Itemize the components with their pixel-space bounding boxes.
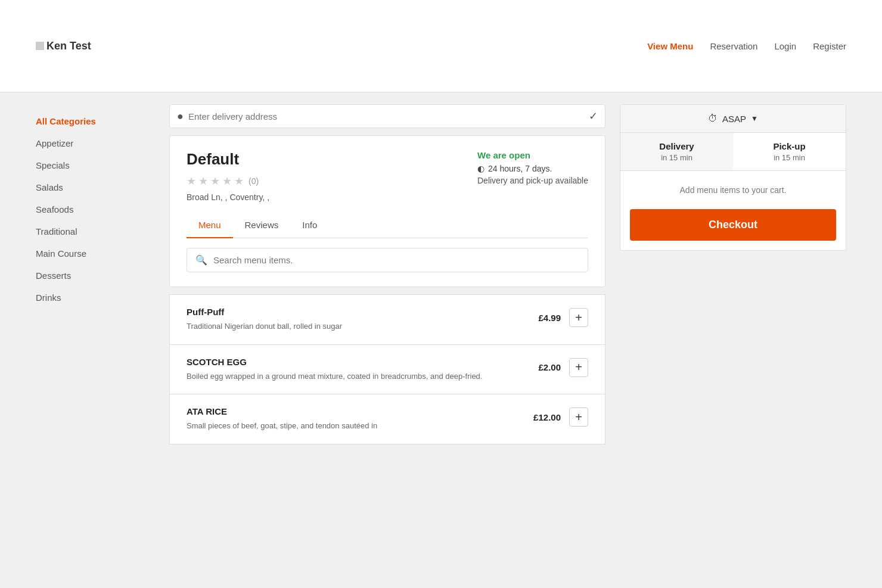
nav-register[interactable]: Register: [813, 41, 846, 51]
open-detail: ◐ 24 hours, 7 days.: [477, 164, 588, 173]
sidebar-item-drinks[interactable]: Drinks: [36, 287, 155, 309]
search-row: 🔍: [187, 248, 588, 272]
logo-icon: [36, 42, 44, 50]
restaurant-address: Broad Ln, , Coventry, ,: [187, 192, 269, 202]
open-hours: 24 hours, 7 days.: [488, 164, 552, 173]
sidebar-item-traditional[interactable]: Traditional: [36, 220, 155, 242]
sidebar-item-salads[interactable]: Salads: [36, 176, 155, 198]
tab-menu[interactable]: Menu: [187, 213, 233, 238]
sidebar-item-appetizer[interactable]: Appetizer: [36, 132, 155, 154]
location-icon: ●: [177, 110, 184, 123]
checkout-button[interactable]: Checkout: [630, 209, 836, 241]
menu-item-info-scotch-egg: SCOTCH EGG Boiled egg wrapped in a groun…: [187, 357, 526, 382]
add-button-ata-rice[interactable]: +: [569, 407, 588, 427]
sidebar-item-seafoods[interactable]: Seafoods: [36, 198, 155, 220]
star-2: ★: [198, 175, 208, 188]
restaurant-info: Default ★ ★ ★ ★ ★ (0) Broad Ln, , Covent…: [187, 150, 269, 202]
asap-text: ASAP: [722, 114, 746, 124]
menu-item-puff-puff: Puff-Puff Traditional Nigerian donut bal…: [169, 294, 605, 345]
menu-item-info-puff-puff: Puff-Puff Traditional Nigerian donut bal…: [187, 307, 526, 332]
search-wrapper: 🔍: [187, 238, 588, 272]
tab-reviews[interactable]: Reviews: [233, 213, 291, 238]
menu-item-price-ata-rice: £12.00: [533, 412, 561, 422]
clock-icon: ⏱: [708, 113, 718, 124]
menu-item-name-scotch-egg: SCOTCH EGG: [187, 357, 526, 367]
sidebar-item-main-course[interactable]: Main Course: [36, 242, 155, 265]
open-status: We are open: [477, 150, 588, 160]
logo[interactable]: Ken Test: [36, 40, 91, 52]
menu-item-ata-rice: ATA RICE Small pieces of beef, goat, sti…: [169, 394, 605, 444]
menu-item-desc-scotch-egg: Boiled egg wrapped in a ground meat mixt…: [187, 371, 485, 382]
tab-info[interactable]: Info: [290, 213, 329, 238]
menu-item-right-ata-rice: £12.00 +: [533, 407, 588, 427]
delivery-options: Delivery in 15 min Pick-up in 15 min: [620, 133, 846, 171]
sidebar-item-all-categories[interactable]: All Categories: [36, 110, 155, 132]
menu-items-list: Puff-Puff Traditional Nigerian donut bal…: [169, 287, 605, 444]
menu-item-info-ata-rice: ATA RICE Small pieces of beef, goat, sti…: [187, 406, 521, 432]
menu-item-price-scotch-egg: £2.00: [538, 362, 561, 372]
main-nav: View Menu Reservation Login Register: [647, 41, 846, 51]
sidebar-item-specials[interactable]: Specials: [36, 154, 155, 176]
star-3: ★: [210, 175, 220, 188]
menu-item-desc-puff-puff: Traditional Nigerian donut ball, rolled …: [187, 321, 485, 332]
check-icon: ✓: [589, 110, 598, 123]
menu-item-desc-ata-rice: Small pieces of beef, goat, stipe, and t…: [187, 420, 485, 432]
sidebar-item-desserts[interactable]: Desserts: [36, 265, 155, 287]
menu-item-right-puff-puff: £4.99 +: [538, 308, 588, 327]
review-count: (0): [249, 176, 259, 186]
restaurant-card: Default ★ ★ ★ ★ ★ (0) Broad Ln, , Covent…: [169, 135, 605, 287]
search-input[interactable]: [213, 255, 579, 265]
menu-item-name-puff-puff: Puff-Puff: [187, 307, 526, 317]
cart-empty-message: Add menu items to your cart.: [620, 171, 846, 209]
star-5: ★: [234, 175, 244, 188]
delivery-option-pickup[interactable]: Pick-up in 15 min: [733, 133, 846, 170]
menu-item-name-ata-rice: ATA RICE: [187, 406, 521, 416]
restaurant-name: Default: [187, 150, 269, 169]
chevron-down-icon: ▼: [751, 114, 758, 123]
delivery-option-time: in 15 min: [626, 153, 727, 162]
asap-bar[interactable]: ⏱ ASAP ▼: [620, 105, 846, 133]
restaurant-header: Default ★ ★ ★ ★ ★ (0) Broad Ln, , Covent…: [187, 150, 588, 202]
main-content: ● ✓ Default ★ ★ ★ ★ ★ (0) Broad Ln, , Co…: [169, 104, 605, 444]
restaurant-tabs: Menu Reviews Info: [187, 213, 588, 238]
menu-item-right-scotch-egg: £2.00 +: [538, 358, 588, 377]
star-4: ★: [222, 175, 232, 188]
restaurant-hours: We are open ◐ 24 hours, 7 days. Delivery…: [477, 150, 588, 185]
menu-item-price-puff-puff: £4.99: [538, 313, 561, 323]
cart-box: ⏱ ASAP ▼ Delivery in 15 min Pick-up in 1…: [620, 104, 846, 251]
delivery-address-input[interactable]: [188, 111, 589, 122]
main-layout: All Categories Appetizer Specials Salads…: [0, 92, 882, 456]
delivery-option-name: Delivery: [626, 141, 727, 151]
pickup-option-name: Pick-up: [739, 141, 840, 151]
delivery-bar: ● ✓: [169, 104, 605, 128]
logo-text: Ken Test: [46, 40, 91, 52]
add-button-puff-puff[interactable]: +: [569, 308, 588, 327]
pickup-option-time: in 15 min: [739, 153, 840, 162]
delivery-option-delivery[interactable]: Delivery in 15 min: [620, 133, 733, 170]
star-1: ★: [187, 175, 196, 188]
clock-icon-small: ◐: [477, 164, 485, 173]
add-button-scotch-egg[interactable]: +: [569, 358, 588, 377]
menu-item-scotch-egg: SCOTCH EGG Boiled egg wrapped in a groun…: [169, 345, 605, 395]
search-icon: 🔍: [195, 254, 207, 266]
nav-view-menu[interactable]: View Menu: [647, 41, 693, 51]
nav-reservation[interactable]: Reservation: [710, 41, 757, 51]
open-info: Delivery and pick-up available: [477, 176, 588, 185]
header: Ken Test View Menu Reservation Login Reg…: [0, 0, 882, 92]
nav-login[interactable]: Login: [774, 41, 796, 51]
cart-panel: ⏱ ASAP ▼ Delivery in 15 min Pick-up in 1…: [620, 104, 846, 444]
rating-stars: ★ ★ ★ ★ ★ (0): [187, 175, 269, 188]
sidebar: All Categories Appetizer Specials Salads…: [36, 104, 155, 444]
